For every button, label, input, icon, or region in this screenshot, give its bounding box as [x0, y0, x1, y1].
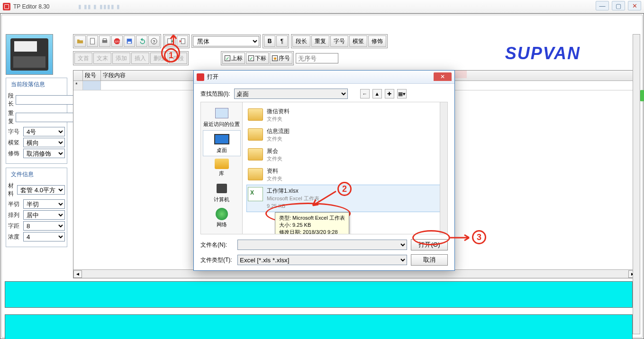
xlsx-icon	[248, 187, 263, 201]
help-icon[interactable]: ?	[148, 36, 160, 47]
save-icon[interactable]	[124, 36, 135, 47]
select-halfcut[interactable]: 半切	[23, 199, 65, 209]
label-align: 排列	[8, 211, 21, 219]
tb-repeat[interactable]: 重复	[311, 36, 329, 47]
tb-saveseg[interactable]: 存段	[169, 53, 187, 64]
label-seglen: 段长	[8, 92, 14, 108]
tb-seglen[interactable]: 段长	[292, 36, 310, 47]
label-spacing: 字距	[8, 222, 21, 230]
toolbar-primary: STOP ? 黑体 B ¶ 段长 重复 字号 横竖 修饰	[73, 34, 637, 48]
dialog-cancel-button[interactable]: 取消	[411, 254, 448, 266]
svg-text:?: ?	[153, 39, 155, 44]
dialog-title: 打开	[207, 73, 218, 81]
font-select[interactable]: 黑体	[193, 36, 259, 46]
scroll-left-icon[interactable]: ◄	[73, 270, 82, 278]
folder-icon	[248, 108, 263, 121]
dialog-close-button[interactable]: ✕	[434, 72, 452, 81]
app-icon	[3, 3, 10, 10]
stop-icon[interactable]: STOP	[111, 36, 123, 47]
dialog-titlebar[interactable]: 打开 ✕	[194, 71, 454, 84]
preview-strip-1	[5, 281, 633, 308]
lookin-select[interactable]: 桌面	[234, 89, 348, 99]
nav-back-icon[interactable]: ←	[360, 89, 370, 98]
device-preview	[6, 34, 53, 75]
folder-icon	[248, 148, 263, 161]
file-item-folder[interactable]: 资料文件夹	[246, 165, 444, 185]
open-icon[interactable]	[74, 36, 86, 47]
select-decor[interactable]: 取消修饰	[23, 149, 65, 158]
minimize-button[interactable]: —	[596, 1, 609, 10]
file-list[interactable]: 微信资料文件夹 信息流图文件夹 展会文件夹 资料文件夹 工作簿1.xlsxMic…	[243, 102, 447, 234]
file-item-folder[interactable]: 微信资料文件夹	[246, 105, 444, 125]
open-dialog: 打开 ✕ 查找范围(I): 桌面 ← ▲ ✚ ▦▾ 最近访问的位置 桌面 库 计	[193, 70, 455, 271]
main-vscroll[interactable]	[633, 34, 640, 334]
print-icon[interactable]	[99, 36, 110, 47]
place-recent[interactable]: 最近访问的位置	[203, 104, 241, 130]
maximize-button[interactable]: ▢	[612, 1, 625, 10]
new-icon[interactable]	[87, 36, 98, 47]
select-density[interactable]: 4	[23, 232, 65, 241]
export-icon[interactable]	[177, 36, 188, 47]
window-title: TP Editor 8.30	[13, 3, 50, 10]
place-network[interactable]: 网络	[203, 205, 241, 231]
place-library[interactable]: 库	[203, 156, 241, 179]
tb-head[interactable]: 文首	[74, 53, 92, 64]
file-item-folder[interactable]: 信息流图文件夹	[246, 125, 444, 145]
col-blank	[73, 71, 83, 80]
tb-tail[interactable]: 文末	[93, 53, 111, 64]
sub-toggle[interactable]: ✓下标	[246, 53, 269, 64]
svg-rect-9	[168, 39, 172, 44]
file-item-folder[interactable]: 展会文件夹	[246, 145, 444, 165]
folder-icon	[248, 128, 263, 141]
select-align[interactable]: 居中	[23, 210, 65, 220]
select-material[interactable]: 套管 4.0平方	[17, 185, 65, 195]
seq-toggle[interactable]: ★序号	[270, 53, 292, 64]
place-computer[interactable]: 计算机	[203, 179, 241, 205]
dialog-open-button[interactable]: 打开(O)	[411, 239, 448, 250]
group-title: 文件信息	[10, 170, 35, 178]
bold-button[interactable]: B	[264, 36, 275, 47]
sup-label: 上标	[231, 54, 243, 62]
file-info-group: 文件信息 材料套管 4.0平方 半切半切 排列居中 字距8 浓度4	[6, 168, 67, 247]
tb-insert[interactable]: 插入	[131, 53, 149, 64]
file-item-xlsx[interactable]: 工作簿1.xlsxMicrosoft Excel 工作表9.25 KB	[246, 185, 444, 212]
svg-rect-0	[91, 38, 95, 44]
label-fontsize: 字号	[8, 128, 21, 136]
import-icon[interactable]	[164, 36, 176, 47]
undo-icon[interactable]	[136, 36, 147, 47]
tb-decor[interactable]: 修饰	[368, 36, 386, 47]
nav-viewmenu-icon[interactable]: ▦▾	[397, 89, 407, 98]
label-repeat: 重复	[8, 109, 14, 125]
filename-combo[interactable]	[237, 240, 407, 250]
filetype-combo[interactable]: Excel [*.xls *.xlsx]	[237, 255, 407, 265]
filelist-vscroll[interactable]	[440, 102, 447, 234]
close-button[interactable]: ✕	[628, 1, 641, 10]
svg-rect-10	[181, 39, 185, 44]
label-density: 浓度	[8, 233, 21, 241]
place-desktop[interactable]: 桌面	[203, 130, 241, 156]
row-star: *	[73, 81, 83, 90]
preview-strip-2	[5, 314, 633, 339]
file-tooltip: 类型: Microsoft Excel 工作表 大小: 9.25 KB 修改日期…	[275, 212, 349, 234]
titlebar-faded-tabs: ▮ ▮▮ ▮ ▮▮▮▮ ▮	[78, 3, 120, 10]
preview-area	[5, 281, 633, 339]
col-segno[interactable]: 段号	[83, 71, 101, 80]
cell-segno[interactable]	[83, 81, 101, 90]
sup-toggle[interactable]: ✓上标	[222, 53, 245, 64]
toolbar-secondary: 文首 文末 添加 插入 删段 存段 ✓上标 ✓下标 ★序号	[73, 51, 637, 65]
select-orient[interactable]: 横向	[23, 138, 65, 147]
sub-label: 下标	[255, 54, 266, 62]
tb-fontsize[interactable]: 字号	[330, 36, 348, 47]
lookin-label: 查找范围(I):	[200, 90, 230, 98]
pilcrow-button[interactable]: ¶	[276, 36, 288, 47]
nav-newfolder-icon[interactable]: ✚	[385, 89, 394, 98]
seq-input[interactable]	[296, 53, 338, 63]
tb-delseg[interactable]: 删段	[150, 53, 168, 64]
select-spacing[interactable]: 8	[23, 221, 65, 231]
nav-up-icon[interactable]: ▲	[372, 89, 382, 98]
label-orient: 横竖	[8, 139, 21, 147]
select-fontsize[interactable]: 4号	[23, 127, 65, 136]
tb-orient[interactable]: 横竖	[349, 36, 367, 47]
tb-add[interactable]: 添加	[112, 53, 130, 64]
label-decor: 修饰	[8, 150, 21, 158]
